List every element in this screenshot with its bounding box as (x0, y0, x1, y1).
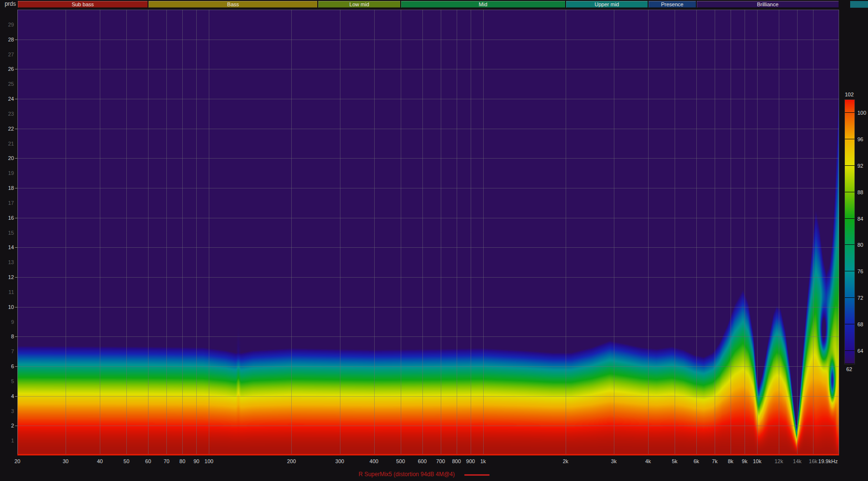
colorbar-segment (845, 219, 854, 245)
colorbar-segment (845, 351, 854, 364)
x-tick-label: 6k (693, 458, 699, 464)
y-tick-label: 23 (8, 111, 14, 117)
x-tick-label: 5k (672, 458, 678, 464)
y-tick-label: 10 (8, 304, 14, 310)
y-tick-label: 7 (11, 348, 14, 354)
y-tick-mark (15, 247, 17, 248)
colorbar-tick-label: 96 (857, 136, 863, 142)
x-tick-label: 7k (712, 458, 718, 464)
x-tick-label: 30 (63, 458, 68, 464)
band-strip-label: Mid (479, 1, 488, 7)
y-tick-label: 12 (8, 274, 14, 280)
y-tick-label: 14 (8, 244, 14, 250)
x-tick-label: 600 (418, 458, 426, 464)
spectrogram-canvas[interactable] (17, 10, 839, 455)
y-tick-label: 25 (8, 81, 14, 87)
y-tick-label: 11 (9, 289, 14, 295)
plot-area (17, 10, 839, 455)
y-tick-mark (15, 336, 17, 337)
legend-entry[interactable]: R SuperMix5 (distortion 94dB 4M@4) (358, 471, 455, 478)
colorbar-segment (845, 271, 854, 298)
band-strip-mid: Mid (401, 1, 565, 8)
x-tick-label: 1k (480, 458, 486, 464)
spectrogram-app: prds Sub bassBassLow midMidUpper midPres… (0, 0, 868, 481)
band-strip-label: Bass (227, 1, 239, 7)
colorbar-segment (845, 139, 854, 166)
x-tick-label: 3k (611, 458, 617, 464)
x-tick-label: 40 (97, 458, 103, 464)
y-tick-label: 20 (8, 155, 14, 161)
y-tick-label: 17 (8, 200, 14, 206)
colorbar-tick-label: 92 (857, 163, 863, 169)
y-tick-mark (15, 307, 17, 307)
y-tick-label: 1 (11, 438, 14, 443)
x-tick-label: 10k (753, 458, 761, 464)
frequency-band-strip-row: Sub bassBassLow midMidUpper midPresenceB… (0, 1, 868, 8)
colorbar-min-label: 62 (846, 366, 852, 372)
x-tick-label: 4k (645, 458, 651, 464)
y-tick-label: 18 (8, 185, 14, 191)
colorbar-tick-label: 68 (857, 321, 863, 327)
colorbar (845, 100, 854, 364)
y-tick-label: 2 (11, 423, 14, 428)
y-tick-mark (15, 188, 17, 188)
band-strip-label: Presence (661, 1, 683, 7)
y-tick-mark (15, 366, 17, 367)
y-tick-label: 27 (8, 52, 14, 57)
y-axis: 1234567891011121314151617181920212223242… (0, 10, 17, 455)
x-tick-label: 12k (774, 458, 783, 464)
band-strip-presence: Presence (649, 1, 696, 8)
y-tick-label: 19 (8, 170, 14, 176)
y-tick-label: 5 (11, 378, 14, 384)
corner-widget (850, 1, 868, 8)
y-tick-mark (15, 158, 17, 159)
colorbar-tick-label: 72 (857, 295, 863, 301)
y-tick-mark (15, 426, 17, 426)
x-tick-label: 50 (123, 458, 129, 464)
x-tick-label: 9k (742, 458, 747, 464)
x-tick-label: 300 (335, 458, 344, 464)
colorbar-tick-label: 100 (857, 110, 866, 116)
y-tick-label: 21 (8, 141, 14, 147)
colorbar-segment (845, 298, 854, 324)
band-strip-bass: Bass (149, 1, 317, 8)
x-tick-label: 19.9kHz (818, 458, 838, 464)
y-tick-label: 6 (11, 363, 14, 369)
y-tick-label: 8 (11, 334, 14, 339)
colorbar-segment (845, 166, 854, 192)
y-tick-label: 16 (8, 215, 14, 221)
colorbar-segment (845, 245, 854, 271)
colorbar-max-label: 102 (845, 92, 854, 97)
y-tick-mark (15, 40, 17, 40)
band-strip-label: Upper mid (595, 1, 619, 7)
x-tick-label: 80 (179, 458, 185, 464)
y-tick-mark (15, 277, 17, 278)
x-tick-label: 8k (728, 458, 733, 464)
legend-line-sample (464, 474, 489, 476)
x-tick-label: 70 (163, 458, 169, 464)
y-tick-label: 15 (8, 230, 14, 236)
colorbar-segment (845, 324, 854, 351)
x-tick-label: 16k (809, 458, 817, 464)
y-tick-mark (15, 99, 17, 99)
colorbar-tick-label: 88 (857, 189, 863, 195)
band-strip-label: Low mid (350, 1, 369, 7)
y-tick-label: 3 (11, 408, 14, 414)
y-tick-mark (15, 396, 17, 397)
colorbar-tick-label: 76 (857, 268, 863, 274)
band-strip-brilliance: Brilliance (697, 1, 839, 8)
x-tick-label: 500 (396, 458, 405, 464)
x-tick-label: 200 (287, 458, 296, 464)
x-tick-label: 14k (793, 458, 801, 464)
y-tick-label: 22 (8, 126, 14, 132)
colorbar-tick-label: 84 (857, 216, 863, 222)
colorbar-segment (845, 192, 854, 219)
y-tick-label: 28 (8, 37, 14, 42)
x-tick-label: 2k (563, 458, 569, 464)
x-tick-label: 60 (145, 458, 151, 464)
x-tick-label: 700 (436, 458, 445, 464)
x-tick-label: 20 (14, 458, 20, 464)
x-tick-label: 90 (193, 458, 199, 464)
y-tick-label: 26 (8, 66, 14, 72)
y-tick-mark (15, 69, 17, 69)
